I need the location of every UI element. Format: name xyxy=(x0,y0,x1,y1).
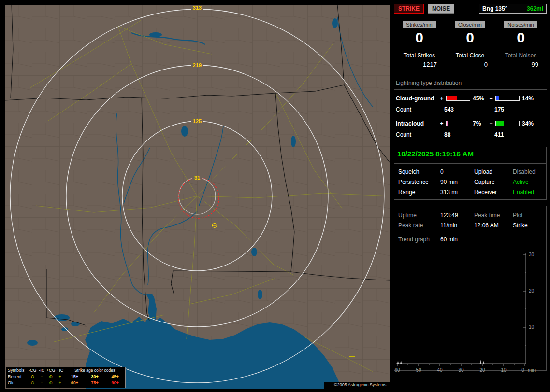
legend-old-label: Old xyxy=(6,380,28,386)
ic-minus-count: 411 xyxy=(494,131,545,138)
cg-plus-count: 543 xyxy=(444,106,494,113)
ic-count-row: Count 88 411 xyxy=(394,129,547,140)
chart-labels: 30 20 10 60 50 40 30 20 10 0 min xyxy=(394,252,536,373)
x-tick-40: 40 xyxy=(437,367,443,373)
bearing-display: Bng 135° 362mi xyxy=(479,4,547,14)
capture-status: Active xyxy=(513,179,546,185)
age-code: 90+ xyxy=(105,380,125,386)
copyright-label: ©2005 Astrogenic Systems xyxy=(332,382,389,388)
map-legend: Symbols -CG -IC +CG +IC Strike age color… xyxy=(6,367,126,388)
stats-section: Uptime 123:49 Peak time Plot Peak rate 1… xyxy=(394,206,547,371)
upload-status: Disabled xyxy=(513,168,546,175)
persistence-value: 90 min xyxy=(440,179,474,185)
age-code: 75+ xyxy=(85,380,105,386)
status-section: 10/22/2025 8:19:16 AM Squelch 0 Upload D… xyxy=(394,147,547,200)
total-strikes-label: Total Strikes xyxy=(394,52,445,59)
ring-label-31: 31 xyxy=(194,175,200,181)
divider xyxy=(394,163,546,164)
bar-fill xyxy=(447,96,457,100)
neg-cg-recent-icon: ⊖ xyxy=(28,374,37,380)
age-code: 45+ xyxy=(105,374,125,380)
ic-minus-pct: 34% xyxy=(521,120,537,127)
intracloud-label: Intracloud xyxy=(394,120,438,127)
neg-cg-old-icon: ⊖ xyxy=(28,380,37,386)
status-row: Range 313 mi Receiver Enabled xyxy=(394,187,546,197)
bearing-label: Bng 135° xyxy=(482,5,507,12)
peak-rate-value: 11/min xyxy=(440,222,474,229)
status-row: Persistence 90 min Capture Active xyxy=(394,177,546,187)
pos-cg-recent-icon: ⊕ xyxy=(46,374,56,380)
strikes-per-min-column: Strikes/min 0 Total Strikes 1217 xyxy=(394,21,445,68)
age-code: 60+ xyxy=(65,380,85,386)
uptime-label: Uptime xyxy=(394,212,440,219)
legend-recent-row: Recent ⊖ − ⊕ + 15+ 30+ 45+ xyxy=(6,374,125,380)
legend-recent-label: Recent xyxy=(6,374,28,380)
upload-label: Upload xyxy=(474,168,513,175)
age-code: 15+ xyxy=(65,374,85,380)
noises-per-min-column: Noises/min 0 Total Noises 99 xyxy=(495,21,546,68)
cloud-ground-row: Cloud-ground + 45% − 14% xyxy=(394,93,547,104)
ring-label-219: 219 xyxy=(193,62,202,68)
strike-indicator-button[interactable]: STRIKE xyxy=(394,4,424,14)
x-tick-60: 60 xyxy=(394,367,400,373)
persistence-label: Persistence xyxy=(394,179,440,185)
distribution-title: Lightning type distribution xyxy=(394,80,547,86)
minus-sign: − xyxy=(488,120,494,127)
plot-value: Strike xyxy=(513,222,546,229)
x-tick-0: 0 xyxy=(521,367,524,373)
range-label: Range xyxy=(394,189,440,196)
legend-col-neg-cg: -CG xyxy=(28,367,37,374)
intracloud-row: Intracloud + 7% − 34% xyxy=(394,118,547,129)
neg-ic-recent-icon: − xyxy=(37,374,46,380)
total-noises-value: 99 xyxy=(495,61,546,68)
x-tick-50: 50 xyxy=(416,367,421,373)
close-per-min-chip: Close/min xyxy=(455,21,485,28)
trend-graph-value: 60 min xyxy=(440,236,474,243)
datetime-display: 10/22/2025 8:19:16 AM xyxy=(394,147,546,160)
strikes-per-min-chip: Strikes/min xyxy=(403,21,435,28)
bearing-distance: 362mi xyxy=(527,5,543,12)
side-panel: STRIKE NOISE Bng 135° 362mi Strikes/min … xyxy=(394,4,547,371)
neg-ic-old-icon: − xyxy=(37,380,46,386)
age-code: 30+ xyxy=(85,374,105,380)
pos-ic-old-icon: + xyxy=(56,380,65,386)
noises-per-min-value: 0 xyxy=(495,30,546,45)
y-tick-10: 10 xyxy=(529,324,535,330)
squelch-label: Squelch xyxy=(394,168,440,175)
legend-old-row: Old ⊖ − ⊕ + 60+ 75+ 90+ xyxy=(6,380,125,386)
ic-plus-bar xyxy=(446,121,470,126)
noises-per-min-chip: Noises/min xyxy=(504,21,537,28)
legend-symbols-header: Symbols xyxy=(6,367,28,374)
y-tick-30: 30 xyxy=(529,252,535,257)
x-tick-10: 10 xyxy=(501,367,507,373)
total-close-value: 0 xyxy=(445,61,495,68)
uptime-row: Uptime 123:49 Peak time Plot xyxy=(394,210,546,220)
minus-sign: − xyxy=(488,95,494,102)
ring-label-313: 313 xyxy=(193,5,202,11)
trend-chart: 30 20 10 60 50 40 30 20 10 0 min xyxy=(394,250,546,378)
receiver-status: Enabled xyxy=(513,189,546,196)
legend-col-neg-ic: -IC xyxy=(37,367,46,374)
noise-indicator-button[interactable]: NOISE xyxy=(428,4,454,14)
bar-fill xyxy=(496,121,504,126)
ic-plus-pct: 7% xyxy=(471,120,488,127)
squelch-value: 0 xyxy=(440,168,474,175)
ring-label-125: 125 xyxy=(193,118,202,124)
y-tick-20: 20 xyxy=(529,288,535,294)
count-label: Count xyxy=(394,131,444,138)
cloud-ground-label: Cloud-ground xyxy=(394,95,438,102)
plot-label: Plot xyxy=(513,212,546,219)
legend-age-title: Strike age color codes xyxy=(65,367,125,374)
pos-ic-recent-icon: + xyxy=(56,374,65,380)
pos-cg-old-icon: ⊕ xyxy=(46,380,56,386)
ic-plus-count: 88 xyxy=(444,131,494,138)
total-close-label: Total Close xyxy=(445,52,495,59)
trend-graph-row: Trend graph 60 min xyxy=(394,234,546,244)
peak-time-label: Peak time xyxy=(474,212,513,219)
cg-minus-bar xyxy=(495,96,520,101)
radar-map[interactable]: 313 219 125 31 Symbols -CG xyxy=(5,5,390,389)
ic-minus-bar xyxy=(495,121,520,126)
strikes-per-min-value: 0 xyxy=(394,30,445,45)
rate-counters: Strikes/min 0 Total Strikes 1217 Close/m… xyxy=(394,21,547,68)
status-row: Squelch 0 Upload Disabled xyxy=(394,167,546,177)
